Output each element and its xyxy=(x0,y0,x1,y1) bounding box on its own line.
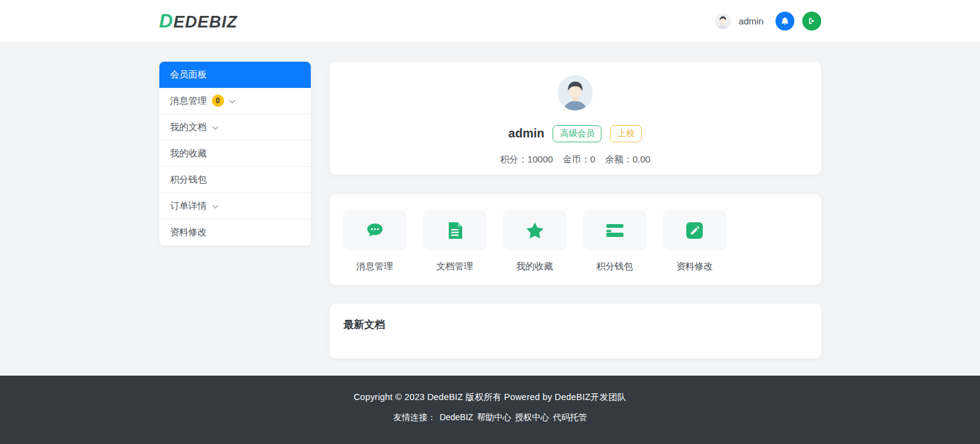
sidebar-item-label: 我的文档 xyxy=(170,122,207,133)
latest-docs-card: 最新文档 xyxy=(330,304,821,358)
bell-icon xyxy=(780,16,789,26)
sidebar-item-my-documents[interactable]: 我的文档 xyxy=(159,114,311,140)
shortcut-messages[interactable]: 消息管理 xyxy=(343,210,407,272)
chevron-down-icon xyxy=(212,126,219,130)
edit-pencil-icon xyxy=(686,222,703,239)
member-sidebar: 会员面板 消息管理 0 我的文档 我的收藏 积分钱包 xyxy=(159,62,311,246)
footer-link-code-hosting[interactable]: 代码托管 xyxy=(553,412,587,423)
balance-stat: 余额：0.00 xyxy=(605,154,650,166)
user-avatar[interactable] xyxy=(715,13,731,29)
notifications-button[interactable] xyxy=(775,12,794,31)
gold-stat: 金币：0 xyxy=(563,154,595,166)
profile-stats: 积分：10000 金币：0 余额：0.00 xyxy=(500,154,650,166)
sidebar-item-label: 订单详情 xyxy=(170,200,207,212)
shortcuts-card: 消息管理 文档管理 xyxy=(330,194,821,285)
page-footer: Copyright © 2023 DedeBIZ 版权所有 Powered by… xyxy=(0,376,980,444)
rank-badge: 上校 xyxy=(610,125,642,142)
sidebar-item-label: 我的收藏 xyxy=(170,148,207,159)
friend-links-label: 友情连接： xyxy=(393,412,436,423)
profile-card: admin 高级会员 上校 积分：10000 金币：0 余额：0.00 xyxy=(330,62,821,175)
sidebar-item-label: 资料修改 xyxy=(170,227,207,238)
dedebiz-logo[interactable]: DEDEBIZ xyxy=(159,10,238,32)
star-icon xyxy=(526,222,543,239)
sidebar-item-label: 消息管理 xyxy=(170,95,207,107)
profile-avatar[interactable] xyxy=(557,75,593,111)
shortcut-favorites[interactable]: 我的收藏 xyxy=(503,210,567,272)
sidebar-item-member-panel[interactable]: 会员面板 xyxy=(159,62,311,88)
logo-text: DEDEBIZ xyxy=(159,10,238,32)
header-username: admin xyxy=(739,16,764,26)
sidebar-item-my-favorites[interactable]: 我的收藏 xyxy=(159,140,311,167)
sidebar-item-edit-profile[interactable]: 资料修改 xyxy=(159,219,311,246)
logout-icon xyxy=(807,16,816,26)
document-icon xyxy=(448,222,462,239)
wallet-card-icon xyxy=(606,224,623,237)
points-stat: 积分：10000 xyxy=(500,154,553,166)
friend-links: 友情连接： DedeBIZ 帮助中心 授权中心 代码托管 xyxy=(0,412,980,423)
shortcut-edit-profile[interactable]: 资料修改 xyxy=(663,210,727,272)
top-header: DEDEBIZ admin xyxy=(0,0,980,43)
chat-bubble-icon xyxy=(366,223,383,238)
main-content: admin 高级会员 上校 积分：10000 金币：0 余额：0.00 xyxy=(330,62,821,358)
member-level-badge: 高级会员 xyxy=(553,125,601,142)
footer-link-dedebiz[interactable]: DedeBIZ xyxy=(440,412,473,423)
sidebar-item-label: 积分钱包 xyxy=(170,174,207,186)
message-count-badge: 0 xyxy=(212,95,224,107)
latest-docs-title: 最新文档 xyxy=(344,318,807,332)
chevron-down-icon xyxy=(229,100,236,104)
logout-button[interactable] xyxy=(802,12,821,31)
sidebar-item-order-details[interactable]: 订单详情 xyxy=(159,193,311,219)
shortcut-wallet[interactable]: 积分钱包 xyxy=(583,210,647,272)
footer-link-license-center[interactable]: 授权中心 xyxy=(515,412,549,423)
sidebar-item-messages[interactable]: 消息管理 0 xyxy=(159,88,311,114)
sidebar-item-points-wallet[interactable]: 积分钱包 xyxy=(159,167,311,193)
profile-username: admin xyxy=(509,126,545,140)
footer-link-help-center[interactable]: 帮助中心 xyxy=(477,412,511,423)
copyright-text: Copyright © 2023 DedeBIZ 版权所有 Powered by… xyxy=(0,391,980,403)
chevron-down-icon xyxy=(212,205,219,209)
sidebar-item-label: 会员面板 xyxy=(170,69,207,81)
shortcut-documents[interactable]: 文档管理 xyxy=(423,210,487,272)
